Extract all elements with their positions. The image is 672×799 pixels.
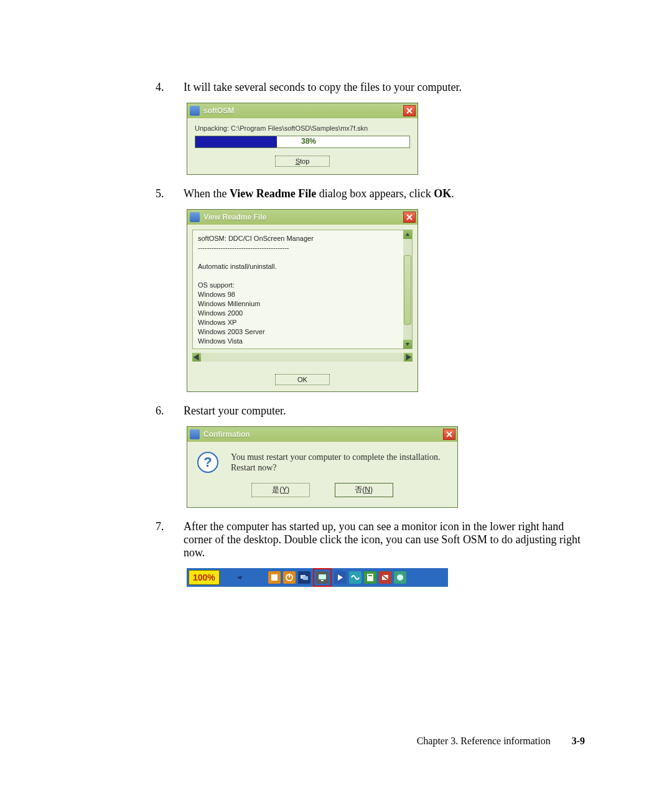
- readme-textarea[interactable]: softOSM: DDC/CI OnScreen Manager -------…: [192, 230, 413, 349]
- app-icon: [190, 212, 200, 222]
- confirm-text: You must restart your computer to comple…: [231, 452, 440, 473]
- titlebar[interactable]: Confirmation: [187, 427, 457, 442]
- progress-fill: [195, 136, 277, 147]
- titlebar[interactable]: View Readme File: [187, 210, 418, 225]
- svg-rect-4: [303, 576, 308, 580]
- scroll-up-icon[interactable]: [403, 230, 412, 239]
- title-text: softOSM: [203, 106, 403, 115]
- step-5-text: When the View Readme File dialog box app…: [184, 187, 585, 200]
- step-5-num: 5.: [156, 187, 184, 200]
- readme-content: softOSM: DDC/CI OnScreen Manager -------…: [193, 230, 412, 349]
- tray-icon[interactable]: [268, 571, 281, 584]
- soft-osm-monitor-icon[interactable]: [316, 571, 329, 584]
- close-icon[interactable]: [403, 212, 416, 223]
- tray-icon[interactable]: [298, 571, 310, 584]
- footer-chapter: Chapter 3. Reference information: [417, 736, 551, 746]
- taskbar-tray: 100%: [187, 568, 448, 587]
- scroll-right-icon[interactable]: [404, 353, 413, 362]
- ok-button[interactable]: OK: [275, 374, 330, 385]
- step-7-num: 7.: [156, 520, 184, 559]
- scroll-down-icon[interactable]: [403, 340, 412, 348]
- app-icon: [190, 106, 200, 116]
- yes-button[interactable]: 是(Y): [251, 483, 310, 497]
- scroll-left-icon[interactable]: [192, 353, 201, 362]
- monitor-icon-highlight: [313, 568, 332, 587]
- tray-icon[interactable]: [394, 571, 406, 584]
- tray-icon[interactable]: [364, 571, 376, 584]
- unpack-text: Unpacking: C:\Program Files\softOSD\Samp…: [195, 124, 410, 132]
- tray-icon[interactable]: [283, 571, 296, 584]
- scrollbar-horizontal[interactable]: [192, 353, 413, 362]
- tray-icon[interactable]: [334, 571, 347, 584]
- scroll-thumb[interactable]: [404, 255, 411, 325]
- close-icon[interactable]: [443, 429, 455, 440]
- softosm-progress-dialog: softOSM Unpacking: C:\Program Files\soft…: [187, 103, 418, 175]
- titlebar[interactable]: softOSM: [187, 103, 418, 118]
- step-4-num: 4.: [156, 81, 184, 94]
- stop-button[interactable]: Stop: [275, 156, 330, 167]
- no-button[interactable]: 否(N): [335, 483, 393, 497]
- title-text: View Readme File: [203, 213, 403, 222]
- step-7: 7. After the computer has started up, yo…: [156, 520, 585, 559]
- svg-rect-7: [367, 574, 373, 581]
- step-6-text: Restart your computer.: [184, 404, 585, 418]
- svg-rect-6: [321, 580, 324, 581]
- question-icon: ?: [197, 452, 218, 473]
- footer-page: 3-9: [572, 736, 585, 746]
- tray-icon[interactable]: [379, 571, 391, 584]
- tray-icon[interactable]: [349, 571, 362, 584]
- svg-rect-0: [271, 574, 278, 581]
- svg-rect-8: [368, 575, 372, 576]
- svg-point-11: [397, 574, 403, 581]
- view-readme-dialog: View Readme File softOSM: DDC/CI OnScree…: [187, 209, 418, 392]
- step-4-text: It will take several seconds to copy the…: [184, 81, 585, 94]
- page-footer: Chapter 3. Reference information 3-9: [417, 736, 585, 747]
- progress-percent: 38%: [301, 137, 316, 146]
- close-icon[interactable]: [403, 105, 416, 116]
- confirmation-dialog: Confirmation ? You must restart your com…: [187, 426, 458, 508]
- step-6: 6. Restart your computer.: [156, 404, 585, 418]
- title-text: Confirmation: [203, 430, 443, 439]
- step-7-text: After the computer has started up, you c…: [184, 520, 585, 559]
- step-6-num: 6.: [156, 404, 184, 418]
- step-5: 5. When the View Readme File dialog box …: [156, 187, 585, 200]
- app-icon: [190, 429, 200, 439]
- zoom-badge: 100%: [189, 570, 220, 585]
- step-4: 4. It will take several seconds to copy …: [156, 81, 585, 94]
- progress-bar: 38%: [195, 136, 410, 148]
- power-icon[interactable]: [235, 571, 247, 584]
- svg-rect-5: [319, 574, 326, 579]
- scrollbar-vertical[interactable]: [403, 230, 412, 348]
